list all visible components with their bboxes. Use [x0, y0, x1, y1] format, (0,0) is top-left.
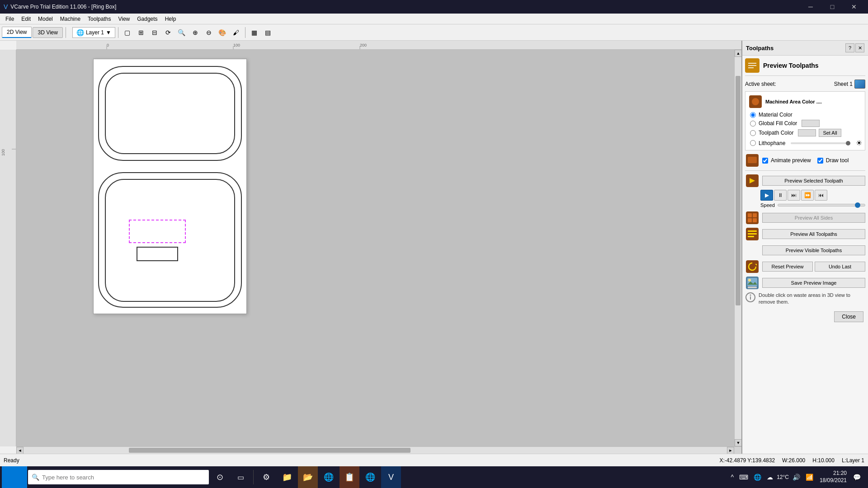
- speed-slider-thumb[interactable]: [855, 202, 860, 208]
- menu-toolpaths[interactable]: Toolpaths: [84, 15, 114, 23]
- system-clock[interactable]: 21:20 18/09/2021: [817, 470, 849, 484]
- vertical-scrollbar[interactable]: ▲ ▼: [734, 50, 741, 446]
- menu-view[interactable]: View: [114, 15, 133, 23]
- menu-help[interactable]: Help: [161, 15, 180, 23]
- minimize-button[interactable]: ─: [800, 0, 821, 14]
- search-input[interactable]: [42, 474, 205, 481]
- animate-icon-svg: [745, 153, 760, 168]
- pause-button[interactable]: ⏸: [774, 190, 787, 201]
- rotate-icon[interactable]: ⟳: [162, 26, 175, 39]
- menu-gadgets[interactable]: Gadgets: [133, 15, 161, 23]
- scroll-thumb-horizontal[interactable]: [129, 448, 410, 453]
- zoom2-icon[interactable]: ⊕: [189, 26, 202, 39]
- fast-forward-button[interactable]: ⏩: [801, 190, 814, 201]
- file-explorer-icon[interactable]: 📁: [277, 466, 297, 488]
- preview-all-sides-button[interactable]: Preview All Sides: [762, 213, 865, 223]
- scroll-track-horizontal: [24, 447, 727, 454]
- close-panel-button[interactable]: Close: [834, 311, 863, 322]
- close-button[interactable]: ✕: [844, 0, 864, 14]
- panel-close-icon[interactable]: ✕: [855, 43, 864, 52]
- view-3d-button[interactable]: 3D View: [33, 27, 62, 38]
- global-fill-swatch[interactable]: [802, 120, 820, 127]
- preview-all-toolpaths-button[interactable]: Preview All Toolpaths: [762, 229, 865, 239]
- task-view-icon[interactable]: ⊙: [210, 466, 230, 488]
- horizontal-scrollbar[interactable]: ◄ ►: [16, 446, 741, 454]
- status-height: H:10.000: [812, 457, 835, 464]
- app-icon: V: [4, 3, 8, 10]
- window-title: VCarve Pro Trial Edition 11.006 - [Ring …: [10, 4, 116, 10]
- menu-model[interactable]: Model: [34, 15, 57, 23]
- menu-edit[interactable]: Edit: [18, 15, 34, 23]
- toolbar-separator-2: [118, 27, 118, 38]
- zoom3-icon[interactable]: ⊖: [203, 26, 215, 39]
- chrome-icon[interactable]: 🌐: [319, 466, 339, 488]
- machined-icon-svg: [748, 94, 763, 109]
- play-button[interactable]: ▶: [760, 190, 773, 201]
- toolpath-color-label: Toolpath Color: [759, 130, 793, 136]
- file-manager-icon[interactable]: 📂: [298, 466, 318, 488]
- preview-all-toolpaths-row: Preview All Toolpaths: [745, 227, 865, 241]
- panel-icon-1[interactable]: ?: [845, 43, 854, 52]
- grid-icon[interactable]: ⊞: [135, 26, 147, 39]
- view-2d-button[interactable]: 2D View: [2, 27, 32, 38]
- canvas-row: 100: [0, 50, 741, 446]
- paint2-icon[interactable]: 🖌: [230, 26, 242, 39]
- tray-network-icon[interactable]: 🌐: [752, 472, 763, 483]
- svg-rect-14: [748, 213, 752, 217]
- grid2-icon[interactable]: ⊟: [148, 26, 161, 39]
- save-preview-image-button[interactable]: Save Preview Image: [762, 278, 865, 288]
- lithophane-slider-thumb[interactable]: [846, 141, 850, 145]
- notification-icon[interactable]: 💬: [851, 472, 863, 483]
- tray-volume-icon[interactable]: 🔊: [791, 472, 802, 483]
- preview-selected-row: Preview Selected Toolpath: [745, 174, 865, 188]
- table-icon[interactable]: ▦: [248, 26, 261, 39]
- global-fill-radio[interactable]: [750, 121, 756, 127]
- rewind-button[interactable]: ⏮: [815, 190, 827, 201]
- settings-taskbar-icon[interactable]: ⚙: [256, 466, 276, 488]
- tray-weather-icon[interactable]: ☁: [765, 472, 775, 483]
- scroll-thumb-vertical[interactable]: [736, 76, 741, 305]
- zoom-icon[interactable]: 🔍: [175, 26, 188, 39]
- toolpath-color-radio[interactable]: [750, 130, 756, 136]
- toolpath-color-swatch[interactable]: [798, 129, 816, 136]
- table2-icon[interactable]: ▤: [262, 26, 274, 39]
- scroll-right-button[interactable]: ►: [727, 447, 734, 454]
- start-button[interactable]: [2, 466, 27, 488]
- vcarve-icon[interactable]: V: [381, 466, 401, 488]
- chrome-icon-2[interactable]: 🌐: [360, 466, 380, 488]
- layer-selector[interactable]: 🌐 Layer 1 ▼: [72, 27, 115, 38]
- draw-tool-checkbox[interactable]: [817, 158, 823, 164]
- paint-icon[interactable]: 🎨: [216, 26, 229, 39]
- taskbar-windows-icon[interactable]: ▭: [231, 466, 250, 488]
- app-icon-1[interactable]: 📋: [340, 466, 359, 488]
- preview-panel: Preview Toolpaths Active sheet: Sheet 1: [742, 56, 868, 327]
- tray-chevron-icon[interactable]: ^: [729, 472, 736, 483]
- speed-slider-track[interactable]: [778, 204, 865, 206]
- maximize-button[interactable]: □: [822, 0, 843, 14]
- save-preview-row: Save Preview Image: [745, 276, 865, 290]
- svg-rect-5: [748, 63, 756, 64]
- skip-forward-button[interactable]: ⏭: [788, 190, 800, 201]
- undo-last-button[interactable]: Undo Last: [815, 262, 865, 272]
- menu-file[interactable]: File: [2, 15, 18, 23]
- material-color-radio[interactable]: [750, 112, 756, 118]
- canvas[interactable]: [16, 50, 734, 446]
- reset-preview-button[interactable]: Reset Preview: [762, 262, 813, 272]
- scroll-left-button[interactable]: ◄: [16, 447, 24, 454]
- menu-machine[interactable]: Machine: [57, 15, 84, 23]
- status-bar: Ready X:-42.4879 Y:139.4832 W:26.000 H:1…: [0, 454, 868, 466]
- preview-all-toolpaths-icon-svg: [745, 227, 760, 241]
- preview-visible-toolpaths-button[interactable]: Preview Visible Toolpaths: [762, 245, 865, 255]
- animate-preview-checkbox[interactable]: [762, 158, 768, 164]
- tray-keyboard-icon[interactable]: ⌨: [737, 472, 750, 483]
- search-bar[interactable]: 🔍: [28, 470, 209, 484]
- lithophane-slider-track: [791, 142, 850, 144]
- scroll-down-button[interactable]: ▼: [735, 439, 741, 446]
- select-icon[interactable]: ▢: [121, 26, 134, 39]
- preview-selected-toolpath-button[interactable]: Preview Selected Toolpath: [762, 176, 865, 186]
- global-fill-row: Global Fill Color: [750, 120, 862, 127]
- tray-network-wifi-icon[interactable]: 📶: [804, 472, 815, 483]
- set-all-button[interactable]: Set All: [819, 129, 841, 137]
- lithophane-radio[interactable]: [750, 140, 756, 146]
- scroll-up-button[interactable]: ▲: [735, 50, 741, 57]
